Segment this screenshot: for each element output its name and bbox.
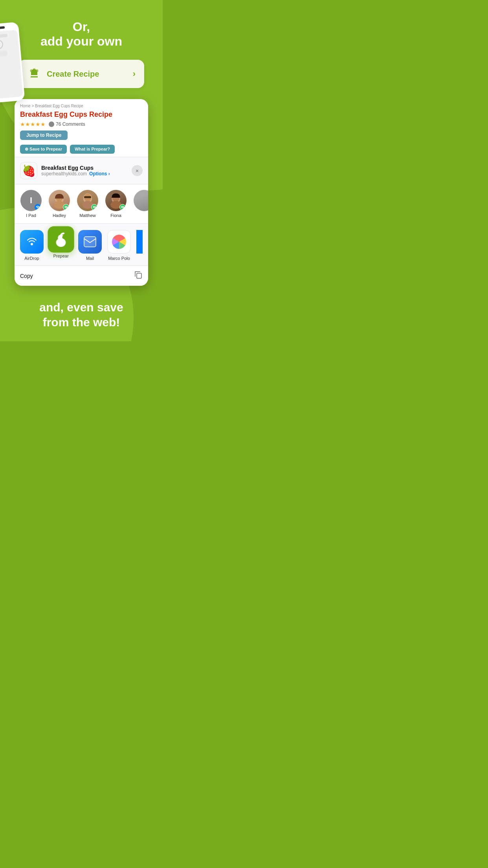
copy-row[interactable]: Copy bbox=[15, 265, 148, 286]
message-badge-fiona: ✉ bbox=[119, 204, 126, 210]
color-wheel bbox=[112, 235, 126, 249]
recipe-title-web: Breakfast Egg Cups Recipe bbox=[20, 110, 143, 119]
chevron-right-icon: › bbox=[133, 69, 136, 79]
share-header: 🍓 Breakfast Egg Cups superhealthykids.co… bbox=[15, 157, 148, 184]
airdrop-label: AirDrop bbox=[24, 256, 39, 261]
jump-to-recipe-button[interactable]: Jump to Recipe bbox=[20, 131, 143, 142]
person-avatar-ipad: I bbox=[20, 190, 42, 211]
person-avatar-fiona: ✉ bbox=[105, 190, 127, 211]
breadcrumb: Home > Breakfast Egg Cups Recipe bbox=[20, 104, 143, 108]
share-card: Home > Breakfast Egg Cups Recipe Breakfa… bbox=[15, 99, 148, 286]
mail-label: Mail bbox=[86, 256, 94, 261]
save-to-prepear-button[interactable]: ⊕ Save to Prepear bbox=[20, 145, 67, 154]
close-icon: × bbox=[136, 168, 139, 174]
marcopolo-icon bbox=[107, 230, 131, 254]
svg-rect-18 bbox=[84, 237, 96, 247]
create-recipe-button[interactable]: Create Recipe › bbox=[18, 60, 144, 88]
extra-app-icon bbox=[136, 230, 143, 254]
app-icon: 🍓 bbox=[20, 162, 37, 179]
jump-button-label: Jump to Recipe bbox=[20, 131, 68, 140]
recipe-meta: ★★★★★ 76 Comments bbox=[20, 121, 143, 127]
comments-meta: 76 Comments bbox=[49, 121, 85, 127]
marcopolo-label: Marco Polo bbox=[108, 256, 130, 261]
star-rating: ★★★★★ bbox=[20, 121, 46, 127]
svg-point-0 bbox=[33, 68, 36, 72]
message-badge-hadley: ✉ bbox=[63, 204, 69, 210]
people-row: I I Pad bbox=[15, 184, 148, 224]
app-item-mail[interactable]: Mail bbox=[78, 230, 102, 261]
svg-point-17 bbox=[62, 235, 66, 239]
ipad-initial: I bbox=[30, 195, 32, 206]
person-avatar-hadley: ✉ bbox=[49, 190, 70, 211]
footer-text: and, even save from the web! bbox=[39, 300, 123, 329]
svg-point-2 bbox=[36, 70, 39, 72]
svg-rect-8 bbox=[84, 196, 91, 198]
person-name-ipad: I Pad bbox=[26, 213, 36, 218]
person-avatar-matthew: ✉ bbox=[77, 190, 98, 211]
svg-point-13 bbox=[31, 243, 33, 245]
svg-rect-20 bbox=[137, 273, 141, 278]
footer-line1: and, even save bbox=[39, 301, 123, 314]
copy-label: Copy bbox=[20, 273, 33, 279]
airdrop-icon bbox=[20, 230, 44, 254]
app-item-airdrop[interactable]: AirDrop bbox=[20, 230, 44, 261]
headline: Or, add your own bbox=[40, 20, 122, 49]
create-recipe-left: Create Recipe bbox=[27, 67, 99, 81]
headline-line1: Or, bbox=[40, 20, 122, 34]
person-item-fiona[interactable]: ✉ Fiona bbox=[103, 190, 128, 218]
copy-icon bbox=[134, 270, 143, 281]
speech-bubble-icon bbox=[49, 121, 54, 127]
app-item-marcopolo[interactable]: Marco Polo bbox=[107, 230, 131, 261]
share-domain: superhealthykids.com bbox=[41, 171, 87, 177]
person-item-ipad[interactable]: I I Pad bbox=[18, 190, 44, 218]
share-info: Breakfast Egg Cups superhealthykids.com … bbox=[41, 165, 128, 177]
comments-count: 76 Comments bbox=[56, 121, 85, 127]
app-item-extra[interactable] bbox=[136, 230, 143, 254]
ipad-wifi-badge bbox=[35, 204, 41, 210]
chef-hat-icon bbox=[27, 67, 41, 81]
person-name-hadley: Hadley bbox=[53, 213, 66, 218]
strawberry-icon: 🍓 bbox=[22, 164, 36, 177]
message-icon-fiona: ✉ bbox=[121, 205, 124, 209]
message-icon-matthew: ✉ bbox=[93, 205, 96, 209]
share-options-link[interactable]: Options › bbox=[89, 171, 110, 177]
share-close-button[interactable]: × bbox=[132, 165, 143, 176]
background: ? Or, add your own Crea bbox=[0, 0, 163, 341]
svg-point-1 bbox=[30, 70, 33, 72]
apps-row: AirDrop bbox=[20, 230, 143, 261]
footer-line2: from the web! bbox=[43, 316, 120, 329]
person-item-matthew[interactable]: ✉ Matthew bbox=[75, 190, 100, 218]
headline-line2: add your own bbox=[40, 34, 122, 49]
create-recipe-label: Create Recipe bbox=[47, 70, 99, 79]
app-item-prepear[interactable]: Prepear bbox=[49, 228, 73, 258]
action-buttons-row: ⊕ Save to Prepear What is Prepear? bbox=[20, 145, 143, 157]
mail-icon bbox=[78, 230, 102, 254]
share-title: Breakfast Egg Cups bbox=[41, 165, 128, 171]
prepear-icon bbox=[48, 226, 74, 252]
message-icon-hadley: ✉ bbox=[64, 205, 68, 209]
apps-section: AirDrop bbox=[15, 224, 148, 265]
person-item-extra[interactable] bbox=[132, 190, 148, 218]
person-name-fiona: Fiona bbox=[110, 213, 121, 218]
person-item-hadley[interactable]: ✉ Hadley bbox=[47, 190, 72, 218]
message-badge-matthew: ✉ bbox=[91, 204, 97, 210]
browser-preview: Home > Breakfast Egg Cups Recipe Breakfa… bbox=[15, 99, 148, 157]
person-name-matthew: Matthew bbox=[79, 213, 96, 218]
what-is-prepear-button[interactable]: What is Prepear? bbox=[70, 145, 115, 154]
person-avatar-extra bbox=[134, 190, 148, 211]
prepear-label: Prepear bbox=[53, 254, 68, 258]
